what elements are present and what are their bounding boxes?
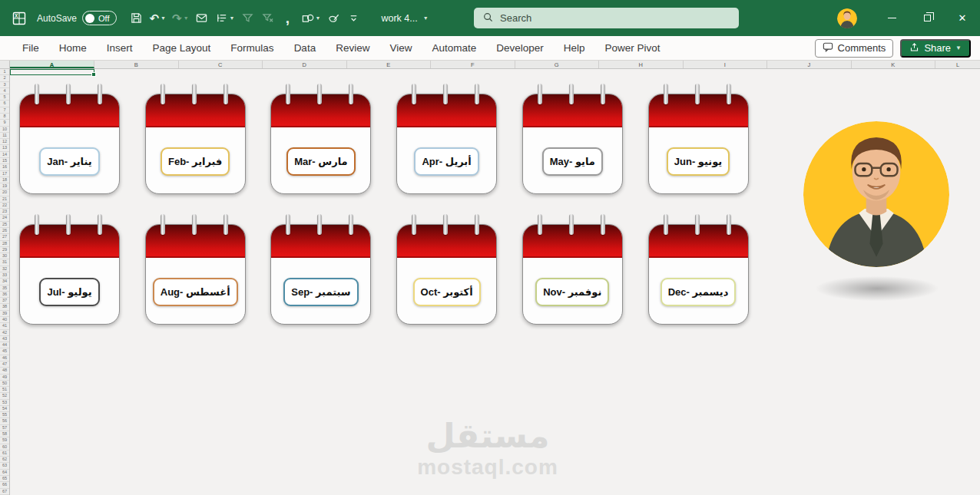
sheet-canvas[interactable]: Jan- ينايرFeb- فبرايرMar- مارسApr- أبريل… xyxy=(10,69,980,495)
tab-power-pivot[interactable]: Power Pivot xyxy=(595,36,670,60)
row-header-59[interactable]: 59 xyxy=(0,437,9,444)
month-button-jul[interactable]: Jul- يوليو xyxy=(39,278,99,306)
close-button[interactable]: ✕ xyxy=(945,0,980,36)
row-header-14[interactable]: 14 xyxy=(0,152,9,158)
row-header-45[interactable]: 45 xyxy=(0,348,9,355)
calendar-card-jun[interactable]: Jun- يونيو xyxy=(648,94,749,194)
tab-developer[interactable]: Developer xyxy=(486,36,554,60)
save-icon[interactable] xyxy=(127,7,146,30)
row-header-25[interactable]: 25 xyxy=(0,222,9,228)
outline-icon[interactable]: ▼ xyxy=(213,7,237,30)
row-header-46[interactable]: 46 xyxy=(0,355,9,361)
undo-icon[interactable]: ↶▼ xyxy=(147,7,169,30)
row-header-26[interactable]: 26 xyxy=(0,228,9,234)
mail-icon[interactable] xyxy=(193,7,211,30)
excel-app-icon[interactable]: X xyxy=(9,8,29,28)
row-header-62[interactable]: 62 xyxy=(0,457,9,463)
column-header-j[interactable]: J xyxy=(767,61,852,68)
row-header-16[interactable]: 16 xyxy=(0,164,9,170)
row-header-24[interactable]: 24 xyxy=(0,215,9,221)
calendar-card-may[interactable]: May- مايو xyxy=(522,94,623,194)
calendar-card-oct[interactable]: Oct- أكتوبر xyxy=(396,224,497,325)
row-header-13[interactable]: 13 xyxy=(0,145,9,151)
calendar-card-jan[interactable]: Jan- يناير xyxy=(19,94,120,194)
row-header-65[interactable]: 65 xyxy=(0,476,9,482)
row-header-66[interactable]: 66 xyxy=(0,482,9,488)
column-header-g[interactable]: G xyxy=(515,61,600,68)
row-header-2[interactable]: 2 xyxy=(0,75,9,81)
tab-review[interactable]: Review xyxy=(326,36,379,60)
row-header-7[interactable]: 7 xyxy=(0,107,9,114)
row-header-29[interactable]: 29 xyxy=(0,247,9,253)
edit-shape-icon[interactable] xyxy=(324,7,343,30)
row-header-22[interactable]: 22 xyxy=(0,203,9,209)
month-button-nov[interactable]: Nov- نوفمبر xyxy=(535,278,609,306)
row-header-60[interactable]: 60 xyxy=(0,444,9,450)
month-button-sep[interactable]: Sep- سبتمبر xyxy=(283,278,358,306)
tab-view[interactable]: View xyxy=(379,36,422,60)
row-header-32[interactable]: 32 xyxy=(0,266,9,272)
column-header-a[interactable]: A xyxy=(10,61,94,68)
row-header-47[interactable]: 47 xyxy=(0,361,9,368)
row-header-63[interactable]: 63 xyxy=(0,463,9,469)
row-header-61[interactable]: 61 xyxy=(0,450,9,457)
row-header-12[interactable]: 12 xyxy=(0,139,9,145)
search-box[interactable]: Search xyxy=(474,8,739,28)
row-header-38[interactable]: 38 xyxy=(0,304,9,310)
customize-qat-icon[interactable] xyxy=(344,7,363,30)
comments-button[interactable]: Comments xyxy=(815,39,894,58)
row-header-17[interactable]: 17 xyxy=(0,171,9,177)
row-header-33[interactable]: 33 xyxy=(0,272,9,279)
row-header-54[interactable]: 54 xyxy=(0,406,9,412)
shapes-icon[interactable]: ▼ xyxy=(299,7,323,30)
row-header-40[interactable]: 40 xyxy=(0,317,9,323)
month-button-mar[interactable]: Mar- مارس xyxy=(286,147,355,176)
select-all-corner[interactable] xyxy=(0,61,10,68)
tab-automate[interactable]: Automate xyxy=(422,36,486,60)
row-header-27[interactable]: 27 xyxy=(0,234,9,240)
row-header-39[interactable]: 39 xyxy=(0,311,9,317)
month-button-feb[interactable]: Feb- فبراير xyxy=(161,147,230,176)
tab-insert[interactable]: Insert xyxy=(97,36,143,60)
row-header-53[interactable]: 53 xyxy=(0,400,9,406)
month-button-dec[interactable]: Dec- ديسمبر xyxy=(661,278,737,306)
column-header-k[interactable]: K xyxy=(852,61,936,68)
row-header-19[interactable]: 19 xyxy=(0,183,9,190)
row-header-34[interactable]: 34 xyxy=(0,279,9,285)
row-header-51[interactable]: 51 xyxy=(0,387,9,393)
row-header-21[interactable]: 21 xyxy=(0,196,9,203)
row-header-3[interactable]: 3 xyxy=(0,82,9,88)
column-header-i[interactable]: I xyxy=(684,61,768,68)
month-button-jan[interactable]: Jan- يناير xyxy=(39,147,99,176)
column-header-b[interactable]: B xyxy=(94,61,179,68)
row-header-58[interactable]: 58 xyxy=(0,431,9,437)
month-button-jun[interactable]: Jun- يونيو xyxy=(667,147,730,176)
row-header-64[interactable]: 64 xyxy=(0,470,9,476)
column-header-e[interactable]: E xyxy=(347,61,432,68)
tab-file[interactable]: File xyxy=(12,36,49,60)
row-header-30[interactable]: 30 xyxy=(0,253,9,259)
autosave-toggle[interactable]: Off xyxy=(82,11,116,25)
row-header-37[interactable]: 37 xyxy=(0,298,9,304)
minimize-button[interactable] xyxy=(874,0,909,36)
tab-page-layout[interactable]: Page Layout xyxy=(143,36,221,60)
comma-style-icon[interactable]: , xyxy=(279,7,297,30)
row-header-55[interactable]: 55 xyxy=(0,412,9,418)
row-header-23[interactable]: 23 xyxy=(0,209,9,215)
row-header-43[interactable]: 43 xyxy=(0,336,9,342)
row-header-42[interactable]: 42 xyxy=(0,330,9,336)
row-header-11[interactable]: 11 xyxy=(0,133,9,139)
row-header-18[interactable]: 18 xyxy=(0,177,9,183)
row-header-41[interactable]: 41 xyxy=(0,323,9,329)
row-header-50[interactable]: 50 xyxy=(0,381,9,387)
share-button[interactable]: Share ▼ xyxy=(900,39,971,58)
row-header-31[interactable]: 31 xyxy=(0,259,9,266)
row-header-36[interactable]: 36 xyxy=(0,292,9,298)
calendar-card-mar[interactable]: Mar- مارس xyxy=(270,94,371,194)
column-header-d[interactable]: D xyxy=(263,61,347,68)
row-header-1[interactable]: 1 xyxy=(0,69,9,75)
row-header-48[interactable]: 48 xyxy=(0,368,9,374)
row-header-20[interactable]: 20 xyxy=(0,190,9,196)
month-button-oct[interactable]: Oct- أكتوبر xyxy=(413,278,481,306)
autosave-control[interactable]: AutoSave Off xyxy=(37,11,117,25)
